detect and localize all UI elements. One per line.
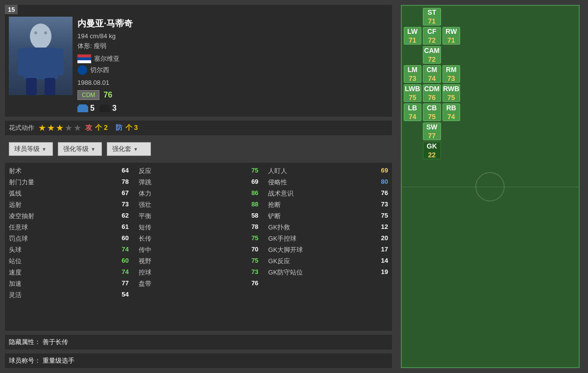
player-title: 球员称号： 重量级选手: [5, 353, 392, 368]
pos-cell-CAM[interactable]: CAM72: [423, 46, 441, 64]
stat-row: 铲断75: [268, 212, 388, 221]
stat-name: 控球: [139, 268, 151, 277]
pos-cell-RWB[interactable]: RWB75: [442, 84, 461, 102]
pos-cell-ST[interactable]: ST71: [423, 8, 441, 25]
pos-cell-RM[interactable]: RM73: [442, 65, 461, 83]
pos-name: ST: [427, 8, 436, 16]
star-1: ★: [38, 123, 46, 133]
stat-row: 罚点球60: [9, 234, 129, 243]
stat-name: 站位: [9, 257, 22, 266]
pos-cell-LM[interactable]: LM73: [404, 65, 422, 83]
pos-cell-CB[interactable]: CB75: [423, 103, 441, 121]
stat-name: 盘带: [139, 279, 151, 288]
svg-rect-1: [24, 48, 58, 79]
pos-rating: 73: [447, 75, 455, 82]
pos-rating: 73: [409, 75, 416, 82]
pos-name: LB: [408, 104, 417, 112]
pos-cell-CF[interactable]: CF72: [423, 27, 441, 45]
stat-row: 凌空抽射62: [9, 212, 129, 221]
svg-rect-4: [26, 78, 37, 95]
stat-row: 短传78: [139, 223, 259, 232]
pos-cell-LWB[interactable]: LWB75: [404, 84, 422, 102]
stat-value: 78: [114, 178, 129, 187]
pos-rating: 72: [428, 36, 436, 44]
svg-point-7: [44, 31, 47, 34]
dropdown-arrow-3: ▼: [133, 147, 138, 152]
stat-name: GK防守站位: [268, 268, 303, 277]
pos-rating: 75: [447, 94, 455, 101]
pos-name: CM: [426, 66, 437, 74]
stat-row: 强壮88: [139, 200, 259, 209]
stat-row: 盘带76: [139, 279, 259, 288]
stat-name: 平衡: [139, 212, 151, 221]
stat-value: 12: [373, 223, 388, 232]
pos-cell-empty: [404, 46, 422, 64]
dropdown-arrow-2: ▼: [91, 147, 96, 152]
pos-cell-GK[interactable]: GK22: [423, 142, 441, 159]
pos-rating: 74: [409, 113, 416, 121]
stat-name: 头球: [9, 246, 22, 254]
stat-row: GK手控球20: [268, 234, 388, 243]
right-foot-rating: 3: [112, 104, 117, 113]
title-value: 重量级选手: [43, 357, 74, 364]
position-overall: 76: [103, 91, 112, 99]
stat-name: 战术意识: [268, 189, 294, 198]
stat-value: 20: [373, 234, 388, 243]
stat-row: 远射73: [9, 200, 129, 209]
svg-rect-2: [18, 49, 28, 75]
right-panel: ST71LW71CF72RW71CAM72LM73CM74RM73LWB75CD…: [397, 5, 583, 368]
dropdowns-row: 球员等级 ▼ 强化等级 ▼ 强化套 ▼: [5, 139, 392, 159]
pos-cell-CM[interactable]: CM74: [423, 65, 441, 83]
stat-value: 75: [244, 234, 258, 243]
pos-rating: 74: [447, 113, 455, 121]
stat-value: 74: [114, 268, 129, 277]
enhance-set-dropdown[interactable]: 强化套 ▼: [107, 142, 151, 156]
pos-name: LW: [407, 27, 417, 35]
stat-name: 反应: [139, 167, 151, 175]
player-level-dropdown[interactable]: 球员等级 ▼: [9, 142, 53, 156]
stat-value: 62: [114, 212, 129, 221]
stat-name: 传中: [139, 246, 151, 254]
stat-row: 人盯人69: [268, 167, 388, 175]
player-dob: 1988.08.01: [77, 79, 388, 86]
stat-row: 体力86: [139, 189, 259, 198]
pos-cell-RW[interactable]: RW71: [442, 27, 461, 45]
pos-cell-LB[interactable]: LB74: [404, 103, 422, 121]
star-2: ★: [47, 123, 55, 133]
stats-container: 射术64射门力量78弧线67远射73凌空抽射62任意球61罚点球60头球74站位…: [5, 163, 392, 331]
stat-row: 弧线67: [9, 189, 129, 198]
player-physical: 194 cm/84 kg: [77, 32, 388, 40]
stat-row: 灵活54: [9, 291, 129, 299]
player-name: 内曼亚·马蒂奇: [77, 18, 388, 29]
pos-name: RW: [445, 27, 457, 35]
nationality-club: 塞尔维亚 切尔西: [77, 54, 388, 75]
player-sub-info: 花式动作 ★ ★ ★ ★ ★ 攻 个 2 防 个 3: [5, 121, 392, 135]
stat-value: 54: [114, 291, 129, 299]
pos-name: SW: [426, 123, 438, 131]
pos-rating: 71: [428, 17, 436, 25]
stat-value: 73: [114, 200, 129, 209]
stat-name: 灵活: [9, 291, 22, 299]
pos-cell-CDM[interactable]: CDM76: [423, 84, 441, 102]
player-info: 内曼亚·马蒂奇 194 cm/84 kg 体形: 瘦弱 塞尔维亚 切尔西 198…: [77, 9, 388, 113]
pos-name: CAM: [424, 47, 440, 54]
pos-cell-SW[interactable]: SW77: [423, 123, 441, 140]
stat-name: 铲断: [268, 212, 281, 221]
defense-count: 个 3: [125, 124, 138, 132]
stat-row: GK反应14: [268, 257, 388, 266]
pos-cell-RB[interactable]: RB74: [442, 103, 461, 121]
stat-value: 69: [244, 178, 258, 187]
stat-name: 抢断: [268, 200, 281, 209]
hidden-attrs: 隐藏属性： 善于长传: [5, 335, 392, 349]
club-text: 切尔西: [90, 66, 109, 75]
stat-name: 弹跳: [139, 178, 151, 187]
pos-name: CDM: [424, 85, 440, 93]
enhance-level-dropdown[interactable]: 强化等级 ▼: [58, 142, 102, 156]
pos-name: GK: [427, 142, 437, 150]
pos-cell-LW[interactable]: LW71: [404, 27, 422, 45]
stats-col-3: 人盯人69侵略性80战术意识76抢断73铲断75GK扑救12GK手控球20GK大…: [268, 167, 388, 327]
stat-row: GK大脚开球17: [268, 246, 388, 254]
stat-row: 侵略性80: [268, 178, 388, 187]
nationality-text: 塞尔维亚: [94, 54, 120, 63]
stat-row: 传中70: [139, 246, 259, 254]
